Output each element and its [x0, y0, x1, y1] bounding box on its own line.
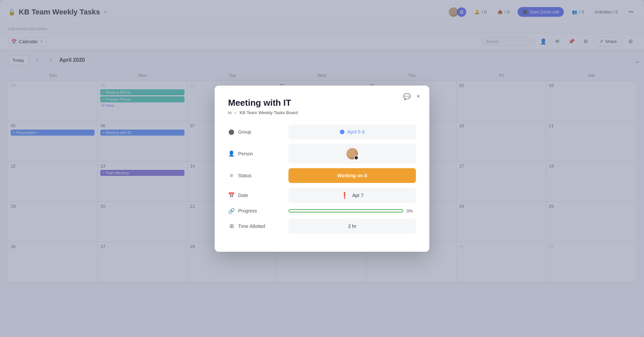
progress-label-text: Progress — [238, 208, 257, 213]
task-modal: 💬 × Meeting with IT in → KB Team Weekly … — [215, 86, 429, 252]
time-value-text: 2 hr — [348, 224, 356, 229]
status-field-row: ≡ Status Working on it — [228, 168, 416, 183]
group-field-row: ⬤ Group April 5-9 — [228, 125, 416, 139]
time-field-value[interactable]: 2 hr — [288, 219, 416, 234]
date-field-row: 📅 Date ❗ Apr 7 — [228, 188, 416, 203]
close-icon: × — [417, 93, 420, 100]
modal-breadcrumb: in → KB Team Weekly Tasks Board — [228, 110, 416, 115]
status-value-text: Working on it — [337, 173, 367, 178]
time-icon: ⊞ — [228, 223, 235, 229]
group-color-dot — [340, 130, 344, 134]
group-field-label: ⬤ Group — [228, 129, 288, 135]
progress-bar — [288, 209, 403, 212]
group-icon: ⬤ — [228, 129, 235, 135]
modal-close-button[interactable]: × — [413, 92, 423, 102]
person-field-value[interactable] — [288, 144, 416, 163]
person-avatar-badge — [354, 155, 359, 160]
group-field-value[interactable]: April 5-9 — [288, 125, 416, 139]
breadcrumb-prefix: in → — [228, 110, 237, 115]
status-icon: ≡ — [228, 173, 235, 179]
time-field-label: ⊞ Time Allotted — [228, 223, 288, 229]
progress-icon: 🔗 — [228, 208, 235, 214]
status-field-label: ≡ Status — [228, 173, 288, 179]
comment-icon: 💬 — [403, 93, 411, 100]
person-icon: 👤 — [228, 150, 235, 157]
time-label-text: Time Allotted — [238, 224, 265, 229]
date-warning-icon: ❗ — [341, 192, 348, 199]
date-icon: 📅 — [228, 192, 235, 198]
person-field-label: 👤 Person — [228, 150, 288, 157]
progress-field-label: 🔗 Progress — [228, 208, 288, 214]
progress-percentage: 0% — [407, 208, 416, 213]
person-field-row: 👤 Person — [228, 144, 416, 163]
group-value-text: April 5-9 — [347, 129, 365, 135]
date-field-label: 📅 Date — [228, 192, 288, 198]
group-label-text: Group — [238, 129, 251, 135]
progress-field-row: 🔗 Progress 0% — [228, 208, 416, 214]
modal-title: Meeting with IT — [228, 98, 416, 108]
progress-field-value[interactable]: 0% — [288, 208, 416, 213]
person-avatar-container — [346, 148, 358, 159]
person-label-text: Person — [238, 151, 253, 156]
date-value-text: Apr 7 — [352, 193, 363, 198]
status-field-value[interactable]: Working on it — [288, 168, 416, 183]
date-label-text: Date — [238, 193, 248, 198]
status-label-text: Status — [238, 173, 252, 178]
breadcrumb-board: KB Team Weekly Tasks Board — [239, 110, 298, 115]
date-field-value[interactable]: ❗ Apr 7 — [288, 188, 416, 203]
modal-overlay[interactable]: 💬 × Meeting with IT in → KB Team Weekly … — [0, 0, 644, 337]
modal-comment-button[interactable]: 💬 — [402, 92, 412, 102]
time-field-row: ⊞ Time Allotted 2 hr — [228, 219, 416, 234]
